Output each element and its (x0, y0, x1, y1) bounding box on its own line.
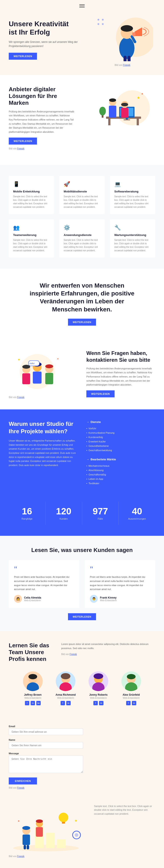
message-textarea[interactable] (9, 755, 83, 773)
menu-icon[interactable] (79, 4, 85, 7)
digital-image-link[interactable]: Freepik (17, 147, 24, 150)
team-description-block: Lorem ipsum dolor sit amet consectetur a… (61, 642, 155, 663)
why-markets-label: Bearbeitete Märkte (86, 458, 155, 461)
social-linkedin-3[interactable]: in (132, 701, 136, 705)
form-group-name: Name (9, 739, 83, 749)
service-card-2: 💻 Softwareberatung Sample text. Click to… (110, 176, 155, 214)
testimonial-1: " Proin vel libero ante faucibus turpis.… (85, 560, 155, 608)
contact-form: Email Name Message EINREICHEN (9, 725, 83, 784)
svg-text:★: ★ (18, 819, 20, 823)
svg-point-9 (98, 19, 99, 21)
svg-point-53 (92, 682, 104, 691)
svg-point-56 (125, 682, 137, 691)
team-image-link[interactable]: Freepik (69, 653, 77, 655)
member-role-0: Web-Entwicklerin (19, 697, 47, 699)
social-facebook-2[interactable]: f (93, 701, 98, 705)
bottom-caption-link[interactable]: Freepik (17, 855, 24, 858)
svg-rect-8 (128, 56, 131, 61)
service-title-4: Anwendungsdienste (64, 234, 100, 237)
team-header: Lernen Sie das Team Unsere Profis kennen… (9, 642, 155, 663)
bottom-section: ★ ★ Bild von Freepik Sample text. Click … (0, 800, 164, 868)
bottom-image: ★ ★ Bild von Freepik (9, 804, 83, 858)
social-facebook-0[interactable]: f (25, 701, 29, 705)
team-icon: 👥 (13, 225, 50, 231)
contact-image-link[interactable]: Freepik (17, 396, 24, 399)
svg-point-28 (99, 107, 106, 116)
why-market-3: Leben im App (86, 477, 155, 481)
why-service-2: Kundenerfolg (86, 435, 155, 439)
name-input[interactable] (9, 742, 83, 749)
why-market-0: Mechatronischeaus (86, 464, 155, 468)
svg-text:★: ★ (137, 96, 140, 100)
member-avatar-1 (56, 672, 75, 691)
mobility-icon: 🚀 (64, 181, 100, 187)
member-avatar-3 (121, 672, 141, 691)
member-name-3: Alex Grünfeld (117, 693, 145, 696)
testimonial-text-0: Proin vel libero ante faucibus turpis. A… (14, 575, 74, 591)
testimonials-cta-button[interactable]: WEITERLESEN (68, 613, 96, 620)
quote-section: Wir entwerfen von Menschen inspirierte E… (0, 269, 164, 339)
hero-image: Bild von Freepik (90, 13, 155, 66)
stat-1: 120 Kunden (45, 502, 82, 525)
why-section: Warum unser Studio für Ihre Projekte wäh… (0, 409, 164, 502)
quote-mark-1: " (90, 565, 150, 573)
service-desc-3: Sample text. Click to select the text bo… (13, 238, 50, 252)
email-input[interactable] (9, 728, 83, 735)
email-label: Email (9, 725, 83, 727)
hero-cta-button[interactable]: WEITERLESEN (9, 53, 37, 60)
service-desc-5: Sample text. Click to select the text bo… (114, 238, 151, 252)
svg-rect-65 (57, 839, 66, 848)
svg-rect-64 (46, 833, 55, 848)
form-caption-link[interactable]: Freepik (17, 787, 24, 789)
svg-text:★: ★ (18, 358, 20, 361)
social-facebook-1[interactable]: f (61, 701, 65, 705)
svg-point-47 (27, 682, 39, 691)
digital-cta-button[interactable]: WEITERLESEN (9, 137, 37, 145)
social-linkedin-1[interactable]: in (66, 701, 71, 705)
svg-point-12 (102, 19, 104, 21)
stat-label-0: Rangfolge (22, 518, 32, 520)
services-grid: 📱 Mobile Entwicklung Sample text. Click … (9, 176, 155, 258)
hero-image-caption: Bild von Freepik (90, 64, 155, 66)
social-twitter-0[interactable]: tw (36, 701, 41, 705)
service-card-4: ⚙️ Anwendungsdienste Sample text. Click … (59, 219, 104, 258)
svg-rect-16 (137, 119, 139, 125)
digital-image-caption: Bild von Freepik (9, 147, 74, 151)
digital-description: Prüfung des betrieblichen Änderungsmanag… (9, 110, 74, 134)
mobile-icon: 📱 (13, 181, 50, 187)
quote-cta-button[interactable]: WEITERLESEN (68, 319, 96, 326)
stat-number-1: 120 (48, 506, 80, 517)
svg-point-55 (127, 674, 136, 679)
hero-image-link[interactable]: Freepik (123, 64, 130, 66)
contact-section: Hallo! ★ ★ Bild von Freepik Wenn Sie Fra… (0, 339, 164, 409)
why-market-4: Textilkater (86, 481, 155, 486)
service-title-0: Mobile Entwicklung (13, 190, 50, 193)
svg-point-39 (45, 364, 53, 368)
contact-content: Wenn Sie Fragen haben, kontaktieren Sie … (86, 350, 155, 397)
team-title-block: Lernen Sie das Team Unsere Profis kennen (9, 642, 53, 663)
social-linkedin-2[interactable]: in (99, 701, 103, 705)
svg-rect-34 (22, 373, 30, 384)
svg-text:★: ★ (57, 358, 59, 360)
hero-content: Unsere Kreativität ist Ihr Erfolg Wir sp… (9, 20, 79, 60)
hero-description: Wir sprengen alle Grenzen, wenn sie auf … (9, 40, 79, 48)
maintenance-icon: 🔧 (114, 225, 151, 231)
stat-0: 16 Rangfolge (9, 502, 45, 525)
author-role-1: Web-Entwicklerin (100, 599, 117, 601)
why-title: Warum unser Studio für Ihre Projekte wäh… (9, 420, 78, 435)
member-role-1: Web-Entwicklerin (52, 697, 80, 699)
form-group-email: Email (9, 725, 83, 735)
social-linkedin-0[interactable]: in (31, 701, 35, 705)
svg-point-11 (98, 23, 99, 25)
svg-point-69 (59, 813, 68, 822)
submit-button[interactable]: EINREICHEN (9, 777, 37, 784)
social-facebook-3[interactable]: f (126, 701, 131, 705)
contact-cta-button[interactable]: WEITERLESEN (86, 391, 114, 397)
svg-text:★: ★ (74, 819, 77, 823)
svg-point-3 (121, 25, 133, 32)
testimonial-0: " Proin vel libero ante faucibus turpis.… (9, 560, 79, 608)
why-description: Unser Mission ist es, erfolgreiche Partn… (9, 439, 78, 467)
stat-number-0: 16 (11, 506, 43, 517)
member-role-3: Web-Entwicklerin (117, 697, 145, 699)
service-card-5: 🔧 Wartungsunterstützung Sample text. Cli… (110, 219, 155, 258)
